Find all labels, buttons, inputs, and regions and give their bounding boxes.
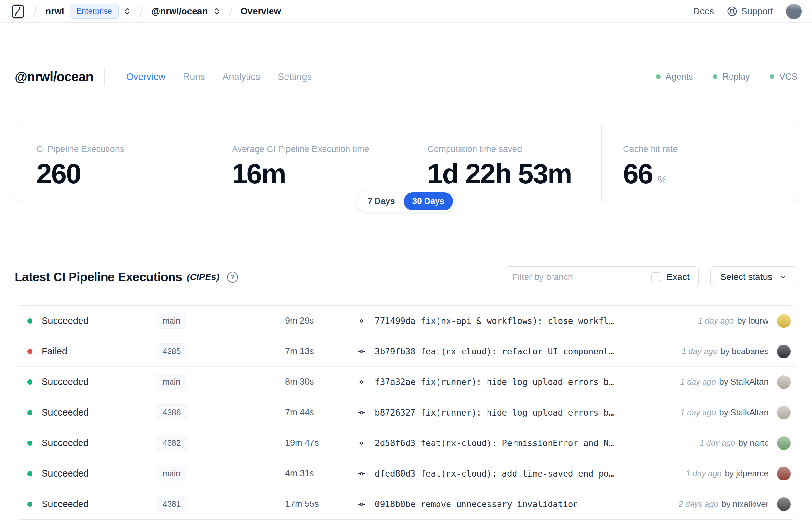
commit-cell: b8726327 fix(runner): hide log upload er… — [356, 408, 674, 418]
cipe-row[interactable]: Succeeded 4382 19m 47s 2d58f6d3 feat(nx-… — [15, 428, 797, 459]
duration: 9m 29s — [273, 316, 343, 326]
branch-badge: 4385 — [156, 343, 188, 359]
author-avatar — [777, 497, 791, 511]
range-7-days[interactable]: 7 Days — [359, 192, 404, 210]
breadcrumb-org[interactable]: nrwl — [45, 6, 64, 17]
life-buoy-icon — [727, 6, 737, 17]
commit-hash: 2d58f6d3 — [375, 438, 415, 448]
exact-toggle: Exact — [642, 267, 698, 287]
cipe-section-header: Latest CI Pipeline Executions (CIPEs) ? … — [15, 266, 797, 288]
user-avatar[interactable] — [786, 3, 801, 19]
section-title-suffix: (CIPEs) — [187, 272, 219, 282]
branch-badge: main — [156, 313, 187, 329]
stat-label: CI Pipeline Executions — [36, 144, 198, 154]
status-select-button[interactable]: Select status — [710, 266, 797, 288]
feature-indicators: Agents Replay VCS — [624, 62, 797, 92]
stat-label: Computation time saved — [427, 144, 589, 154]
indicator-label: Agents — [665, 72, 693, 82]
commit-hash: b8726327 — [375, 408, 415, 418]
exact-checkbox[interactable] — [651, 272, 661, 282]
breadcrumb-separator — [139, 5, 143, 17]
stat-value: 1d 22h 53m — [427, 158, 571, 190]
status-label: Succeeded — [42, 315, 143, 326]
time-ago: 2 days ago — [678, 499, 718, 509]
commit-hash: dfed80d3 — [375, 469, 415, 479]
cipe-row[interactable]: Succeeded main 9m 29s 771499da fix(nx-ap… — [15, 306, 797, 336]
status-dot-icon — [27, 501, 32, 507]
status-label: Succeeded — [42, 438, 143, 448]
breadcrumb-workspace[interactable]: @nrwl/ocean — [151, 6, 208, 17]
branch-badge: 4381 — [156, 496, 188, 512]
commit-hash: 3b79fb38 — [375, 347, 415, 356]
duration: 4m 31s — [273, 468, 343, 479]
status-label: Failed — [42, 346, 143, 357]
branch-badge: main — [156, 466, 187, 481]
stat-value: 16m — [232, 158, 286, 190]
commit-message: feat(nx-cloud): PermissionError and N… — [420, 438, 614, 448]
status-label: Succeeded — [42, 407, 143, 418]
author-avatar — [777, 406, 791, 419]
commit-author: by nartc — [739, 438, 769, 448]
divider — [104, 67, 105, 86]
branch-cell: main — [143, 466, 273, 481]
git-commit-icon — [356, 378, 367, 386]
status-dot-icon — [27, 471, 32, 476]
breadcrumb-separator — [228, 5, 232, 17]
branch-cell: main — [143, 374, 273, 390]
cipe-row[interactable]: Succeeded 4381 17m 55s 0918b0be remove u… — [15, 489, 797, 520]
workspace-tabs: Overview Runs Analytics Settings — [126, 72, 311, 82]
workspace-title: @nrwl/ocean — [15, 70, 93, 84]
support-link[interactable]: Support — [727, 6, 773, 17]
commit-link[interactable]: dfed80d3 feat(nx-cloud): add time-saved … — [375, 469, 614, 479]
range-30-days[interactable]: 30 Days — [404, 192, 453, 210]
help-icon[interactable]: ? — [227, 272, 238, 283]
org-switcher-chevrons-icon[interactable] — [123, 7, 131, 16]
git-commit-icon — [356, 408, 367, 417]
indicator-label: Replay — [722, 72, 750, 82]
cipe-row[interactable]: Failed 4385 7m 13s 3b79fb38 feat(nx-clou… — [15, 336, 797, 367]
git-commit-icon — [356, 439, 367, 447]
time-ago: 1 day ago — [680, 377, 716, 387]
tab-settings[interactable]: Settings — [278, 72, 312, 82]
nx-cloud-logo-icon[interactable] — [11, 4, 25, 19]
branch-filter-input[interactable] — [504, 267, 642, 287]
topbar: nrwl Enterprise @nrwl/ocean Overview Doc… — [0, 0, 812, 23]
duration: 8m 30s — [273, 377, 343, 387]
commit-cell: 3b79fb38 feat(nx-cloud): refactor UI com… — [356, 347, 675, 356]
cipe-row[interactable]: Succeeded main 8m 30s f37a32ae fix(runne… — [15, 367, 797, 397]
tab-runs[interactable]: Runs — [183, 72, 205, 82]
commit-cell: 771499da fix(nx-api & workflows): close … — [356, 316, 691, 326]
time-ago: 1 day ago — [700, 438, 735, 448]
commit-link[interactable]: f37a32ae fix(runner): hide log upload er… — [375, 377, 614, 387]
commit-link[interactable]: 3b79fb38 feat(nx-cloud): refactor UI com… — [375, 347, 614, 356]
author-avatar — [777, 467, 791, 480]
support-label: Support — [741, 6, 773, 17]
commit-link[interactable]: 771499da fix(nx-api & workflows): close … — [375, 316, 614, 326]
exact-label: Exact — [667, 272, 690, 282]
branch-cell: 4381 — [143, 496, 273, 512]
commit-link[interactable]: 2d58f6d3 feat(nx-cloud): PermissionError… — [375, 438, 614, 448]
breadcrumb-page: Overview — [241, 6, 281, 17]
stat-label: Average CI Pipeline Execution time — [232, 144, 394, 154]
author-avatar — [777, 314, 791, 328]
status-dot-icon — [713, 74, 718, 79]
commit-link[interactable]: 0918b0be remove unnecessary invalidation — [375, 499, 578, 509]
duration: 7m 13s — [273, 346, 343, 356]
tab-analytics[interactable]: Analytics — [223, 72, 260, 82]
workspace-switcher-chevrons-icon[interactable] — [213, 7, 220, 16]
duration: 7m 44s — [273, 407, 343, 418]
git-commit-icon — [356, 469, 367, 478]
commit-cell: 0918b0be remove unnecessary invalidation — [356, 499, 672, 509]
commit-cell: dfed80d3 feat(nx-cloud): add time-saved … — [356, 469, 679, 479]
commit-author: by StalkAltan — [719, 377, 768, 387]
chevron-down-icon — [779, 273, 787, 281]
breadcrumb-separator — [33, 5, 37, 17]
cipe-row[interactable]: Succeeded 4386 7m 44s b8726327 fix(runne… — [15, 397, 797, 428]
stat-label: Cache hit rate — [623, 144, 785, 154]
docs-link[interactable]: Docs — [693, 6, 714, 17]
branch-badge: main — [156, 374, 187, 390]
cipe-row[interactable]: Succeeded main 4m 31s dfed80d3 feat(nx-c… — [15, 459, 797, 489]
commit-link[interactable]: b8726327 fix(runner): hide log upload er… — [375, 408, 614, 418]
tab-overview[interactable]: Overview — [126, 72, 165, 82]
author-avatar — [777, 436, 791, 450]
